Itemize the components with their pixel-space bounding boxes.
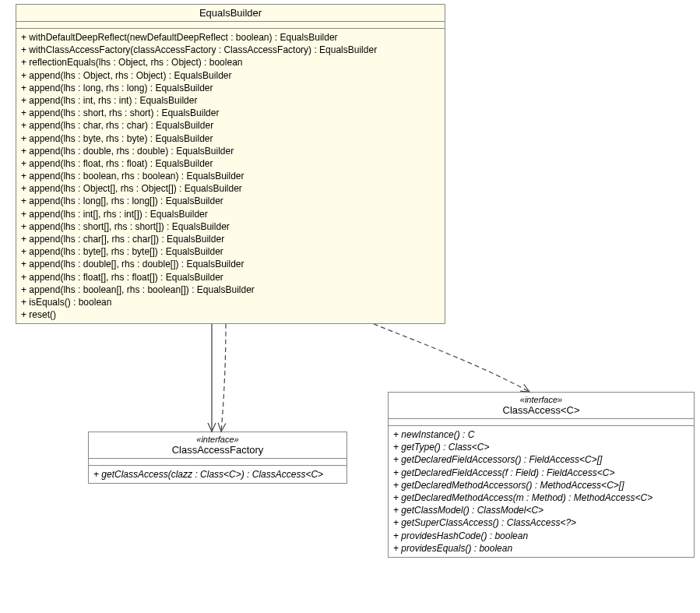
stereotype: «interface» bbox=[393, 395, 689, 404]
operation: + getDeclaredFieldAccess(f : Field) : Fi… bbox=[393, 467, 689, 479]
operation: + append(lhs : double, rhs : double) : E… bbox=[21, 145, 440, 157]
operation: + append(lhs : byte[], rhs : byte[]) : E… bbox=[21, 245, 440, 258]
class-name: EqualsBuilder bbox=[21, 7, 440, 19]
dep-eb-caf bbox=[221, 324, 226, 432]
class-name: ClassAccess<C> bbox=[393, 404, 689, 416]
operation: + append(lhs : float, rhs : float) : Equ… bbox=[21, 157, 440, 170]
operation: + newInstance() : C bbox=[393, 428, 689, 441]
operation: + getDeclaredMethodAccess(m : Method) : … bbox=[393, 491, 689, 504]
stereotype: «interface» bbox=[93, 435, 342, 444]
operation: + getDeclaredFieldAccessors() : FieldAcc… bbox=[393, 453, 689, 466]
attributes-compartment bbox=[16, 22, 445, 29]
class-equals-builder: EqualsBuilder + withDefaultDeepReflect(n… bbox=[16, 4, 445, 324]
operation: + append(lhs : short, rhs : short) : Equ… bbox=[21, 107, 440, 119]
class-title: «interface» ClassAccess<C> bbox=[389, 393, 694, 419]
operation: + getSuperClassAccess() : ClassAccess<?> bbox=[393, 516, 689, 529]
operation: + getClassModel() : ClassModel<C> bbox=[393, 504, 689, 516]
operation: + append(lhs : float[], rhs : float[]) :… bbox=[21, 271, 440, 284]
operation: + append(lhs : short[], rhs : short[]) :… bbox=[21, 220, 440, 233]
class-class-access: «interface» ClassAccess<C> + newInstance… bbox=[388, 392, 695, 558]
dep-eb-ca bbox=[374, 324, 529, 392]
operation: + withClassAccessFactory(classAccessFact… bbox=[21, 44, 440, 56]
operation: + append(lhs : Object, rhs : Object) : E… bbox=[21, 69, 440, 82]
operation: + reset() bbox=[21, 308, 440, 321]
operations-compartment: + newInstance() : C+ getType() : Class<C… bbox=[389, 426, 694, 557]
operation: + reflectionEquals(lhs : Object, rhs : O… bbox=[21, 56, 440, 69]
operations-compartment: + getClassAccess(clazz : Class<C>) : Cla… bbox=[89, 466, 346, 483]
attributes-compartment bbox=[389, 419, 694, 426]
operation: + append(lhs : long[], rhs : long[]) : E… bbox=[21, 195, 440, 207]
operation: + append(lhs : double[], rhs : double[])… bbox=[21, 258, 440, 270]
operation: + isEquals() : boolean bbox=[21, 296, 440, 308]
operation: + append(lhs : long, rhs : long) : Equal… bbox=[21, 82, 440, 94]
operations-compartment: + withDefaultDeepReflect(newDefaultDeepR… bbox=[16, 29, 445, 323]
operation: + append(lhs : boolean, rhs : boolean) :… bbox=[21, 170, 440, 182]
class-name: ClassAccessFactory bbox=[93, 444, 342, 456]
operation: + append(lhs : char, rhs : char) : Equal… bbox=[21, 119, 440, 132]
operation: + append(lhs : Object[], rhs : Object[])… bbox=[21, 182, 440, 195]
operation: + append(lhs : boolean[], rhs : boolean[… bbox=[21, 284, 440, 296]
operation: + getDeclaredMethodAccessors() : MethodA… bbox=[393, 479, 689, 491]
class-title: EqualsBuilder bbox=[16, 5, 445, 22]
operation: + providesHashCode() : boolean bbox=[393, 530, 689, 542]
attributes-compartment bbox=[89, 459, 346, 466]
operation: + withDefaultDeepReflect(newDefaultDeepR… bbox=[21, 31, 440, 44]
operation: + append(lhs : byte, rhs : byte) : Equal… bbox=[21, 132, 440, 145]
operation: + providesEquals() : boolean bbox=[393, 542, 689, 555]
class-class-access-factory: «interface» ClassAccessFactory + getClas… bbox=[88, 432, 347, 484]
operation: + append(lhs : int, rhs : int) : EqualsB… bbox=[21, 94, 440, 107]
class-title: «interface» ClassAccessFactory bbox=[89, 432, 346, 459]
operation: + getType() : Class<C> bbox=[393, 441, 689, 453]
operation: + append(lhs : char[], rhs : char[]) : E… bbox=[21, 233, 440, 245]
operation: + getClassAccess(clazz : Class<C>) : Cla… bbox=[93, 468, 342, 481]
operation: + append(lhs : int[], rhs : int[]) : Equ… bbox=[21, 208, 440, 220]
